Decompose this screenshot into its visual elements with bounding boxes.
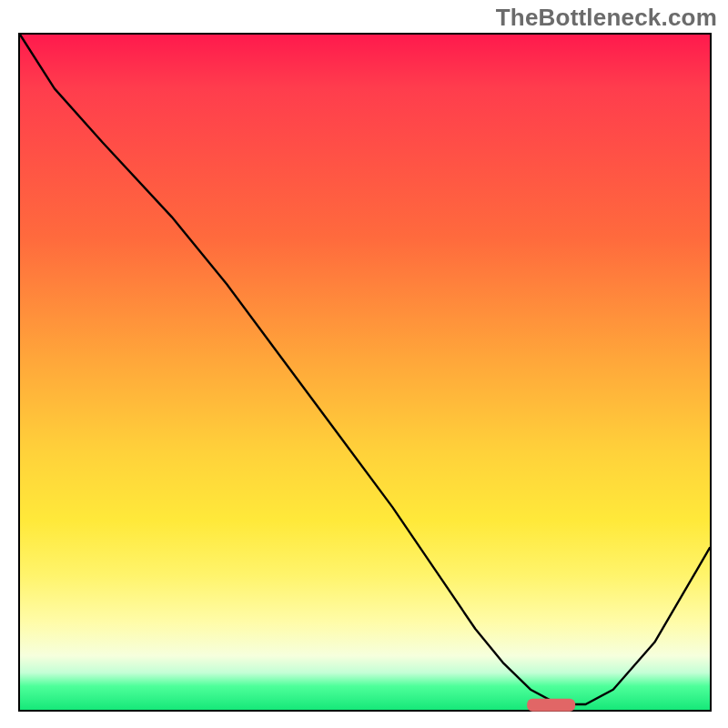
chart-stage: TheBottleneck.com <box>0 0 728 728</box>
optimal-marker <box>527 699 575 712</box>
bottleneck-curve <box>20 35 710 704</box>
curve-layer <box>20 35 710 710</box>
plot-area <box>18 33 712 712</box>
watermark-text: TheBottleneck.com <box>496 4 717 32</box>
